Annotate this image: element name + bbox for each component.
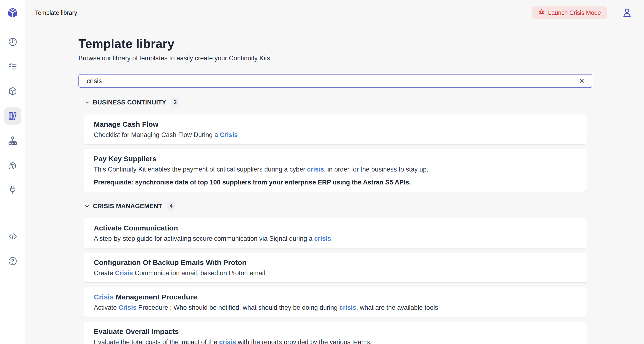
highlighted-term: crisis (219, 338, 236, 344)
sidebar-item-help[interactable] (4, 252, 21, 270)
card-title: Manage Cash Flow (94, 120, 577, 128)
card-description: Evaluate the total costs of the impact o… (94, 338, 577, 344)
dashboard-gauge-icon (8, 37, 18, 47)
user-avatar-icon[interactable] (622, 7, 632, 18)
app-root: Template library Launch Crisis Mode (0, 0, 644, 344)
help-icon (8, 256, 18, 266)
card-description: A step-by-step guide for activating secu… (94, 235, 577, 242)
card-title: Configuration Of Backup Emails With Prot… (94, 258, 577, 267)
section-cards: Manage Cash Flow Checklist for Managing … (84, 114, 586, 192)
sidebar-divider (0, 214, 25, 214)
section-label: BUSINESS CONTINUITY (93, 99, 166, 106)
template-card[interactable]: Evaluate Overall Impacts Evaluate the to… (84, 322, 586, 344)
cube-icon (8, 86, 18, 96)
section-count-badge: 2 (171, 98, 180, 107)
clear-search-icon[interactable]: ✕ (577, 76, 587, 86)
main-area: Template library Launch Crisis Mode (25, 0, 644, 344)
highlighted-term: Crisis (119, 304, 136, 311)
card-description: This Continuity Kit enables the payment … (94, 166, 577, 173)
topbar-divider (614, 7, 614, 19)
template-card[interactable]: Activate Communication A step-by-step gu… (84, 218, 586, 248)
sidebar (0, 0, 25, 344)
highlighted-term: Crisis (115, 269, 133, 277)
section-header[interactable]: CRISIS MANAGEMENT 4 (84, 202, 175, 211)
section-cards: Activate Communication A step-by-step gu… (84, 218, 586, 344)
section-count-badge: 4 (167, 202, 175, 211)
template-card[interactable]: Manage Cash Flow Checklist for Managing … (84, 114, 586, 144)
template-card[interactable]: Configuration Of Backup Emails With Prot… (84, 253, 586, 282)
search-input[interactable] (78, 74, 592, 88)
template-card[interactable]: Pay Key Suppliers This Continuity Kit en… (84, 149, 586, 192)
library-books-icon (8, 111, 18, 121)
chevron-down-icon (84, 203, 90, 209)
sidebar-bottom-nav (4, 228, 21, 270)
card-description: Activate Crisis Procedure : Who should b… (94, 304, 577, 311)
template-section: CRISIS MANAGEMENT 4 Activate Communicati… (78, 202, 592, 344)
sidebar-nav (4, 33, 21, 199)
launch-crisis-mode-label: Launch Crisis Mode (548, 9, 601, 16)
highlighted-term: Crisis (94, 293, 114, 301)
page-title: Template library (78, 36, 592, 51)
code-icon (8, 232, 18, 241)
sidebar-item-plug[interactable] (4, 181, 21, 199)
card-title: Crisis Management Procedure (94, 293, 577, 301)
card-description: Checklist for Managing Cash Flow During … (94, 131, 577, 138)
chevron-down-icon (84, 100, 90, 105)
sections-list: BUSINESS CONTINUITY 2 Manage Cash Flow C… (78, 98, 592, 344)
launch-crisis-mode-button[interactable]: Launch Crisis Mode (532, 7, 607, 19)
card-description: Create Crisis Communication email, based… (94, 269, 577, 277)
sidebar-item-fingerprint[interactable] (4, 157, 21, 174)
sitemap-icon (8, 136, 18, 145)
sidebar-item-checklist[interactable] (4, 58, 21, 75)
siren-icon (538, 8, 545, 17)
breadcrumb: Template library (35, 9, 77, 16)
section-label: CRISIS MANAGEMENT (93, 203, 162, 210)
content: Template library Browse our library of t… (25, 25, 644, 344)
search-box: ✕ (78, 74, 592, 88)
checklist-icon (8, 62, 18, 71)
sidebar-item-dashboard-gauge[interactable] (4, 33, 21, 51)
card-title: Activate Communication (94, 224, 577, 232)
topbar: Template library Launch Crisis Mode (25, 0, 644, 25)
page-subtitle: Browse our library of templates to easil… (78, 55, 592, 62)
template-section: BUSINESS CONTINUITY 2 Manage Cash Flow C… (78, 98, 592, 192)
highlighted-term: crisis (340, 304, 356, 311)
sidebar-item-sitemap[interactable] (4, 132, 21, 149)
astran-logo-icon[interactable] (7, 7, 18, 19)
highlighted-term: crisis (314, 235, 331, 242)
card-note: Prerequisite: synchronise data of top 10… (94, 179, 577, 186)
fingerprint-icon (8, 160, 18, 170)
highlighted-term: Crisis (220, 131, 238, 138)
plug-icon (8, 185, 18, 195)
section-header[interactable]: BUSINESS CONTINUITY 2 (84, 98, 179, 107)
template-card[interactable]: Crisis Management Procedure Activate Cri… (84, 287, 586, 317)
highlighted-term: crisis (307, 166, 324, 173)
card-title: Evaluate Overall Impacts (94, 327, 577, 336)
card-title: Pay Key Suppliers (94, 155, 577, 163)
sidebar-item-cube[interactable] (4, 83, 21, 100)
sidebar-item-library-books[interactable] (4, 107, 21, 125)
sidebar-item-code[interactable] (4, 228, 21, 245)
